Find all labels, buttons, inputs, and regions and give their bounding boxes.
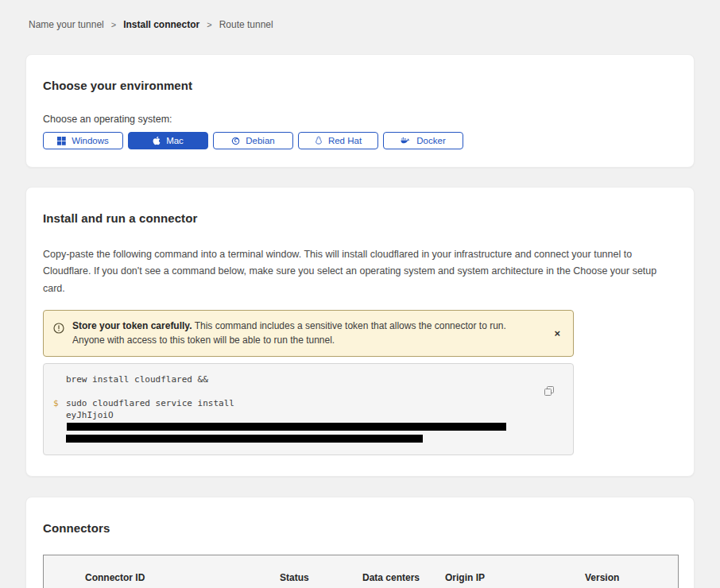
breadcrumb-install-connector[interactable]: Install connector bbox=[123, 19, 199, 30]
breadcrumb-separator: > bbox=[111, 20, 116, 29]
os-button-windows[interactable]: Windows bbox=[43, 132, 123, 149]
connectors-card: Connectors Connector ID Status Data cent… bbox=[25, 497, 695, 588]
token-redaction-bar bbox=[67, 423, 506, 431]
connectors-card-title: Connectors bbox=[43, 521, 677, 535]
shell-prompt: $ bbox=[53, 398, 66, 410]
alert-circle-icon bbox=[53, 323, 64, 338]
os-select-label: Choose an operating system: bbox=[43, 114, 677, 125]
command-line-2: $ sudo cloudflared service install bbox=[53, 398, 541, 410]
col-data-centers: Data centers bbox=[362, 572, 445, 583]
os-button-label: Docker bbox=[416, 136, 445, 145]
breadcrumb: Name your tunnel > Install connector > R… bbox=[0, 0, 720, 30]
copy-icon[interactable] bbox=[544, 386, 554, 398]
os-button-mac[interactable]: Mac bbox=[128, 132, 208, 149]
environment-card: Choose your environment Choose an operat… bbox=[25, 54, 695, 168]
apple-icon bbox=[153, 136, 161, 145]
col-connector-id: Connector ID bbox=[85, 572, 280, 583]
token-line-2 bbox=[53, 433, 541, 445]
install-connector-card: Install and run a connector Copy-paste t… bbox=[25, 187, 695, 477]
os-button-label: Windows bbox=[72, 136, 109, 145]
breadcrumb-name-your-tunnel[interactable]: Name your tunnel bbox=[29, 19, 104, 30]
os-button-label: Red Hat bbox=[328, 136, 362, 145]
os-button-debian[interactable]: Debian bbox=[213, 132, 293, 149]
warning-title: Store your token carefully. bbox=[72, 320, 192, 331]
os-button-docker[interactable]: Docker bbox=[383, 132, 463, 149]
col-version: Version bbox=[585, 572, 678, 583]
install-card-title: Install and run a connector bbox=[43, 211, 671, 225]
breadcrumb-route-tunnel[interactable]: Route tunnel bbox=[219, 19, 273, 30]
token-redaction-bar bbox=[66, 435, 423, 443]
os-button-redhat[interactable]: Red Hat bbox=[298, 132, 378, 149]
os-button-label: Debian bbox=[246, 136, 274, 145]
token-prefix: eyJhIjoiO bbox=[66, 410, 114, 420]
connectors-table: Connector ID Status Data centers Origin … bbox=[43, 555, 679, 588]
command-line-1: brew install cloudflared && bbox=[53, 374, 541, 386]
docker-whale-icon bbox=[401, 137, 411, 145]
col-status: Status bbox=[280, 572, 362, 583]
token-line: eyJhIjoiO bbox=[53, 410, 541, 434]
close-icon[interactable]: × bbox=[551, 327, 563, 339]
command-line-2-text: sudo cloudflared service install bbox=[66, 398, 234, 410]
os-button-group: Windows Mac Debian Red Hat Docker bbox=[43, 132, 677, 149]
token-warning-banner: Store your token carefully. This command… bbox=[43, 310, 574, 357]
windows-icon bbox=[57, 137, 66, 145]
connectors-table-header: Connector ID Status Data centers Origin … bbox=[85, 572, 678, 583]
environment-card-title: Choose your environment bbox=[43, 79, 677, 92]
debian-icon bbox=[231, 137, 240, 145]
linux-penguin-icon bbox=[315, 136, 323, 145]
warning-text: Store your token carefully. This command… bbox=[72, 319, 543, 348]
breadcrumb-separator: > bbox=[207, 20, 211, 29]
os-button-label: Mac bbox=[166, 136, 184, 145]
install-description: Copy-paste the following command into a … bbox=[43, 246, 671, 297]
col-origin-ip: Origin IP bbox=[445, 572, 585, 583]
install-command-block: brew install cloudflared && $ sudo cloud… bbox=[43, 363, 574, 455]
